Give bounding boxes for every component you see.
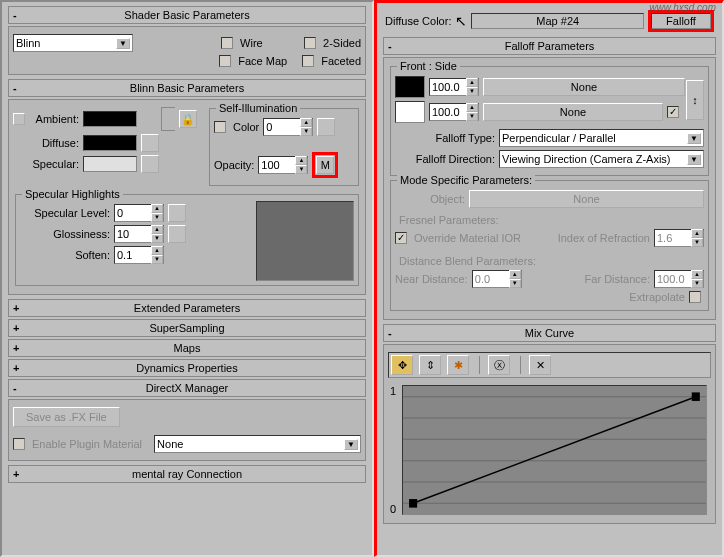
header-label: Blinn Basic Parameters [130, 82, 244, 94]
y-axis-1: 1 [390, 385, 396, 397]
opacity-spinner[interactable]: ▲▼ [258, 156, 308, 174]
map-type-highlight: Falloff [648, 10, 714, 32]
far-dist-value [655, 272, 691, 286]
diffuse-swatch[interactable] [83, 135, 137, 151]
color-checkbox[interactable] [214, 121, 226, 133]
blinn-basic-body: Ambient: 🔒 Diffuse: Specular: [8, 99, 366, 295]
dynamics-header[interactable]: +Dynamics Properties [8, 359, 366, 377]
facemap-checkbox[interactable] [219, 55, 231, 67]
save-fx-button[interactable]: Save as .FX File [13, 407, 120, 427]
falloff-type-dropdown[interactable]: Perpendicular / Parallel [499, 129, 704, 147]
shader-type-value: Blinn [16, 37, 40, 49]
facemap-label: Face Map [238, 55, 298, 67]
y-axis-0: 0 [390, 503, 396, 515]
override-ior-label: Override Material IOR [414, 232, 521, 244]
front-amount-value[interactable] [430, 80, 466, 94]
shader-type-dropdown[interactable]: Blinn [13, 34, 133, 52]
header-label: mental ray Connection [132, 468, 242, 480]
watermark-text: www.hxsd.com [649, 2, 716, 13]
collapse-icon: - [13, 82, 17, 94]
swap-button[interactable]: ↕ [686, 80, 704, 120]
diffuse-label: Diffuse: [29, 137, 79, 149]
maps-header[interactable]: +Maps [8, 339, 366, 357]
spec-level-map-button[interactable] [168, 204, 186, 222]
specular-label: Specular: [29, 158, 79, 170]
glossiness-value[interactable] [115, 227, 151, 241]
self-illum-title: Self-Illumination [216, 102, 300, 114]
two-sided-label: 2-Sided [323, 37, 361, 49]
side-map-button[interactable]: None [483, 103, 663, 121]
blinn-basic-header[interactable]: - Blinn Basic Parameters [8, 79, 366, 97]
scale-tool-icon[interactable]: ⇕ [419, 355, 441, 375]
near-dist-spinner: ▲▼ [472, 270, 522, 288]
front-side-title: Front : Side [397, 60, 460, 72]
material-editor-left: - Shader Basic Parameters Blinn Wire 2-S… [0, 0, 374, 557]
soften-value[interactable] [115, 248, 151, 262]
curve-editor[interactable] [402, 385, 707, 515]
glossiness-map-button[interactable] [168, 225, 186, 243]
map-type-button[interactable]: Falloff [651, 13, 711, 29]
directx-header[interactable]: -DirectX Manager [8, 379, 366, 397]
selfillum-map-button[interactable] [317, 118, 335, 136]
override-ior-checkbox [395, 232, 407, 244]
enable-plugin-checkbox[interactable] [13, 438, 25, 450]
ior-label: Index of Refraction [558, 232, 650, 244]
side-amount-value[interactable] [430, 105, 466, 119]
svg-rect-7 [409, 499, 417, 508]
header-label: SuperSampling [149, 322, 224, 334]
mentalray-header[interactable]: +mental ray Connection [8, 465, 366, 483]
front-amount-spinner[interactable]: ▲▼ [429, 78, 479, 96]
spec-level-value[interactable] [115, 206, 151, 220]
side-color-swatch[interactable] [395, 101, 425, 123]
ior-spinner: ▲▼ [654, 229, 704, 247]
supersampling-header[interactable]: +SuperSampling [8, 319, 366, 337]
color-spinner[interactable]: ▲▼ [263, 118, 313, 136]
two-sided-checkbox[interactable] [304, 37, 316, 49]
delete-point-icon[interactable]: ⓧ [488, 355, 510, 375]
falloff-params-header[interactable]: -Falloff Parameters [383, 37, 716, 55]
front-map-button[interactable]: None [483, 78, 685, 96]
falloff-type-label: Falloff Type: [395, 132, 495, 144]
ambient-lock-button[interactable]: 🔒 [179, 110, 197, 128]
shader-basic-body: Blinn Wire 2-Sided Face Map Faceted [8, 26, 366, 75]
specular-map-button[interactable] [141, 155, 159, 173]
ambient-swatch[interactable] [83, 111, 137, 127]
opacity-map-button[interactable]: M [316, 156, 334, 174]
mode-specific-title: Mode Specific Parameters: [397, 174, 535, 186]
soften-spinner[interactable]: ▲▼ [114, 246, 164, 264]
directx-body: Save as .FX File Enable Plugin Material … [8, 399, 366, 461]
spec-level-spinner[interactable]: ▲▼ [114, 204, 164, 222]
specular-swatch[interactable] [83, 156, 137, 172]
nav-arrow-icon[interactable]: ↖ [455, 13, 467, 29]
diffuse-map-button[interactable] [141, 134, 159, 152]
lock-icon[interactable] [13, 113, 25, 125]
svg-rect-8 [692, 392, 700, 401]
reset-curve-icon[interactable]: ✕ [529, 355, 551, 375]
side-amount-spinner[interactable]: ▲▼ [429, 103, 479, 121]
map-name-field[interactable]: Map #24 [471, 13, 644, 29]
falloff-type-value: Perpendicular / Parallel [502, 132, 616, 144]
ior-value [655, 231, 691, 245]
faceted-checkbox[interactable] [302, 55, 314, 67]
add-point-icon[interactable]: ✱ [447, 355, 469, 375]
opacity-value[interactable] [259, 158, 295, 172]
plugin-dropdown[interactable]: None [154, 435, 361, 453]
color-label: Color [233, 121, 259, 133]
falloff-map-panel: www.hxsd.com Diffuse Color: ↖ Map #24 Fa… [374, 0, 724, 557]
ambient-label: Ambient: [29, 113, 79, 125]
front-color-swatch[interactable] [395, 76, 425, 98]
extended-header[interactable]: +Extended Parameters [8, 299, 366, 317]
falloff-dir-dropdown[interactable]: Viewing Direction (Camera Z-Axis) [499, 150, 704, 168]
separator [520, 356, 521, 374]
wire-checkbox[interactable] [221, 37, 233, 49]
shader-basic-header[interactable]: - Shader Basic Parameters [8, 6, 366, 24]
move-tool-icon[interactable]: ✥ [391, 355, 413, 375]
glossiness-spinner[interactable]: ▲▼ [114, 225, 164, 243]
header-label: DirectX Manager [146, 382, 229, 394]
side-enable-checkbox[interactable] [667, 106, 679, 118]
color-value[interactable] [264, 120, 300, 134]
spec-highlights-title: Specular Highlights [22, 188, 123, 200]
mix-curve-header[interactable]: -Mix Curve [383, 324, 716, 342]
plugin-value: None [157, 438, 183, 450]
extrapolate-label: Extrapolate [629, 291, 685, 303]
